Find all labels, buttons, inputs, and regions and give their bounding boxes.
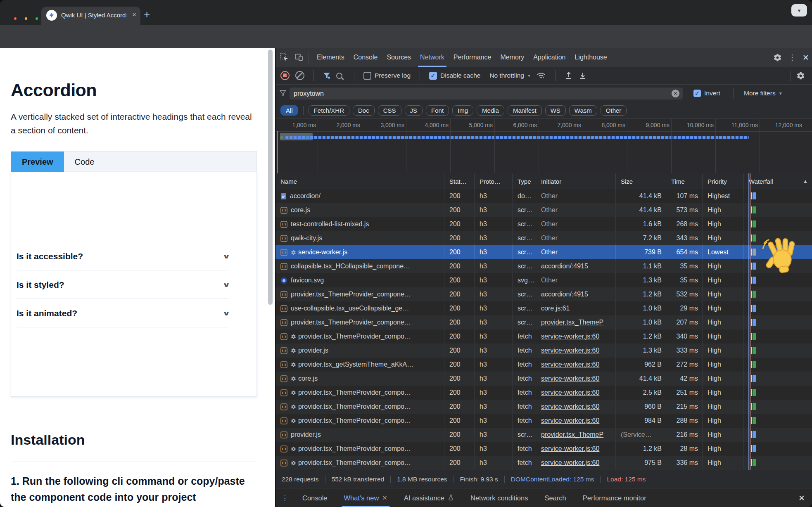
drawer-tab-performance-monitor[interactable]: Performance monitor (575, 488, 655, 507)
initiator-link[interactable]: provider.tsx_ThemeP (541, 319, 603, 326)
type-chip-css[interactable]: CSS (378, 105, 401, 116)
request-row-accordion-0[interactable]: accordion/200h3do…Other41.4 kB107 msHigh… (275, 189, 812, 203)
request-row-favicon-svg-6[interactable]: favicon.svg200h3svg…Other1.3 kB35 msHigh (275, 273, 812, 287)
tab-close-icon[interactable]: × (132, 11, 136, 19)
drawer-tab-ai-assistance[interactable]: AI assistance (396, 488, 462, 507)
accordion-item-is-it-accessible[interactable]: Is it accessible?∨ (17, 243, 229, 270)
request-row-provider-tsx-themeprovider-compo-15[interactable]: provider.tsx_ThemeProvider_compo…200h3fe… (275, 400, 812, 414)
initiator-link[interactable]: service-worker.js:60 (541, 375, 599, 382)
devtools-tab-network[interactable]: Network (415, 48, 449, 67)
initiator-link[interactable]: accordion/:4915 (541, 291, 588, 298)
disable-cache-checkbox[interactable]: ✓ (429, 72, 437, 80)
column-header-proto[interactable]: Proto… (475, 173, 513, 189)
devtools-tab-application[interactable]: Application (529, 48, 570, 67)
devtools-tab-lighthouse[interactable]: Lighthouse (570, 48, 611, 67)
tab-preview[interactable]: Preview (11, 152, 64, 172)
request-row-provider-tsx-getsystemtheme-akka-12[interactable]: provider.tsx_getSystemTheme_aKkA…200h3fe… (275, 358, 812, 372)
type-chip-all[interactable]: All (280, 105, 298, 116)
type-chip-doc[interactable]: Doc (353, 105, 375, 116)
accordion-item-is-it-animated[interactable]: Is it animated?∨ (17, 300, 229, 327)
search-network-icon[interactable] (336, 73, 342, 79)
column-header-priority[interactable]: Priority (703, 173, 744, 189)
type-chip-fetch-xhr[interactable]: Fetch/XHR (309, 105, 349, 116)
request-row-provider-js-17[interactable]: provider.js200h3scr…provider.tsx_ThemeP(… (275, 428, 812, 442)
macos-close-button[interactable] (14, 17, 17, 20)
preserve-log-checkbox[interactable] (363, 72, 371, 80)
column-header-time[interactable]: Time (666, 173, 703, 189)
initiator-link[interactable]: service-worker.js:60 (541, 389, 599, 396)
request-row-provider-tsx-themeprovider-compone-7[interactable]: provider.tsx_ThemeProvider_compone…200h3… (275, 287, 812, 301)
network-overview-timeline[interactable]: 1,000 ms2,000 ms3,000 ms4,000 ms5,000 ms… (275, 119, 812, 174)
drawer-tab-network-conditions[interactable]: Network conditions (462, 488, 536, 507)
macos-zoom-button[interactable] (36, 17, 38, 20)
request-row-provider-tsx-themeprovider-compo-18[interactable]: provider.tsx_ThemeProvider_compo…200h3fe… (275, 442, 812, 456)
type-chip-manifest[interactable]: Manifest (508, 105, 542, 116)
column-header-name[interactable]: Name (275, 173, 444, 189)
filter-funnel-icon[interactable] (323, 72, 330, 79)
macos-minimize-button[interactable] (25, 17, 27, 20)
new-tab-button[interactable]: + (144, 9, 150, 20)
request-row-provider-tsx-themeprovider-compo-16[interactable]: provider.tsx_ThemeProvider_compo…200h3fe… (275, 414, 812, 428)
column-header-type[interactable]: Type (513, 173, 536, 189)
inspect-element-icon[interactable] (278, 51, 290, 64)
initiator-link[interactable]: service-worker.js:60 (541, 459, 599, 467)
initiator-link[interactable]: service-worker.js:60 (541, 403, 599, 410)
request-row-provider-tsx-themeprovider-compo-19[interactable]: provider.tsx_ThemeProvider_compo…200h3fe… (275, 456, 812, 470)
devtools-tab-performance[interactable]: Performance (449, 48, 496, 67)
initiator-link[interactable]: core.js:61 (541, 305, 570, 312)
drawer-close-icon[interactable]: ✕ (798, 493, 805, 503)
devtools-settings-icon[interactable] (773, 53, 782, 62)
drawer-tab-console[interactable]: Console (294, 488, 336, 507)
more-filters-button[interactable]: More filters ▾ (744, 90, 782, 97)
devtools-tab-console[interactable]: Console (349, 48, 382, 67)
request-row-provider-tsx-themeprovider-compo-10[interactable]: provider.tsx_ThemeProvider_compo…200h3fe… (275, 329, 812, 344)
type-chip-img[interactable]: Img (452, 105, 473, 116)
devtools-tab-memory[interactable]: Memory (496, 48, 529, 67)
type-chip-js[interactable]: JS (405, 105, 423, 116)
column-header-waterfall[interactable]: Waterfall▲ (744, 173, 812, 189)
type-chip-wasm[interactable]: Wasm (569, 105, 597, 116)
request-row-core-js-1[interactable]: core.js200h3scr…Other41.4 kB573 msHigh (275, 203, 812, 217)
drawer-tab-search[interactable]: Search (536, 488, 574, 507)
request-row-provider-js-11[interactable]: provider.js200h3fetchservice-worker.js:6… (275, 344, 812, 358)
network-settings-icon[interactable] (796, 71, 805, 80)
export-har-icon[interactable] (579, 71, 587, 80)
invert-checkbox[interactable]: ✓ (693, 90, 701, 97)
network-conditions-icon[interactable] (536, 71, 546, 80)
throttling-select[interactable]: No throttling ▾ (489, 72, 530, 79)
type-chip-ws[interactable]: WS (545, 105, 566, 116)
initiator-link[interactable]: accordion/:4915 (541, 263, 588, 270)
tab-search-button[interactable]: ▾ (791, 4, 807, 17)
column-header-initiator[interactable]: Initiator (536, 173, 616, 189)
request-row-provider-tsx-themeprovider-compo-14[interactable]: provider.tsx_ThemeProvider_compo…200h3fe… (275, 386, 812, 400)
accordion-item-is-it-styled[interactable]: Is it styled?∨ (17, 271, 229, 299)
request-row-service-worker-js-4[interactable]: service-worker.js200h3scr…Other739 B654 … (275, 245, 812, 259)
devtools-menu-icon[interactable]: ⋮ (788, 53, 796, 62)
request-row-provider-tsx-themeprovider-compone-9[interactable]: provider.tsx_ThemeProvider_compone…200h3… (275, 315, 812, 329)
initiator-link[interactable]: service-worker.js:60 (541, 445, 599, 453)
type-chip-other[interactable]: Other (601, 105, 627, 116)
device-toolbar-icon[interactable] (293, 51, 305, 64)
drawer-tab-close-icon[interactable]: ✕ (382, 494, 387, 502)
type-chip-font[interactable]: Font (426, 105, 449, 116)
initiator-link[interactable]: service-worker.js:60 (541, 361, 599, 368)
tab-code[interactable]: Code (64, 152, 105, 172)
initiator-link[interactable]: provider.tsx_ThemeP (541, 431, 603, 438)
drawer-tab-what-s-new[interactable]: What's new✕ (336, 488, 396, 507)
record-network-log-icon[interactable] (280, 71, 290, 80)
request-row-core-js-13[interactable]: core.js200h3fetchservice-worker.js:6041.… (275, 372, 812, 386)
devtools-tab-elements[interactable]: Elements (312, 48, 349, 67)
filter-clear-icon[interactable]: ✕ (672, 90, 679, 97)
import-har-icon[interactable] (565, 71, 573, 80)
column-header-size[interactable]: Size (616, 173, 666, 189)
drawer-menu-icon[interactable]: ⋮ (281, 494, 288, 502)
request-row-qwik-city-js-3[interactable]: qwik-city.js200h3scr…Other7.2 kB343 msHi… (275, 231, 812, 245)
request-row-test-controlled-list-mixed-js-2[interactable]: test-controlled-list-mixed.js200h3scr…Ot… (275, 217, 812, 231)
initiator-link[interactable]: service-worker.js:60 (541, 347, 599, 354)
devtools-close-icon[interactable]: ✕ (803, 53, 809, 62)
page-scrollbar[interactable] (268, 50, 273, 305)
type-chip-media[interactable]: Media (477, 105, 504, 116)
column-header-stat[interactable]: Stat… (444, 173, 475, 189)
devtools-tab-sources[interactable]: Sources (382, 48, 415, 67)
initiator-link[interactable]: service-worker.js:60 (541, 333, 599, 340)
